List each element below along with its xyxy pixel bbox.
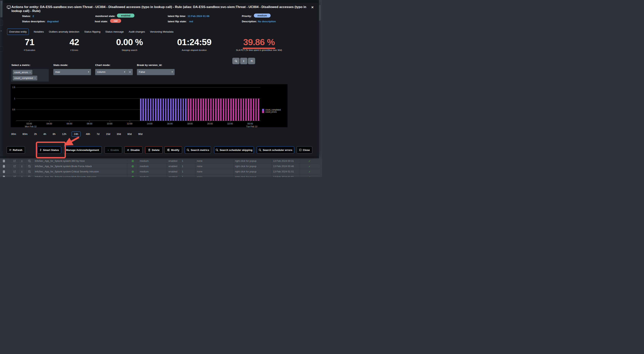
chart-bar-count-errors [210,99,212,121]
table-cell: InfoSec_App_for_Splunk:system:High Sever… [33,174,127,177]
background-sidebar-fragment [0,1,2,17]
table-row: ✂InfoSec_App_for_Splunk:system:High Seve… [0,174,319,177]
mini-search-button[interactable] [232,58,240,64]
time-range-12h[interactable]: 12h [61,132,68,136]
time-range-30m[interactable]: 30m [10,132,17,136]
chart-bar-count-completed [180,99,182,121]
chart-mode-clear-button[interactable]: × [127,69,133,75]
tab-overview-entity[interactable]: Overview entity [7,29,29,35]
chart-bar-count-errors [205,99,206,121]
x-axis-tick-label: 20:00 [207,123,213,125]
time-range-60d[interactable]: 60d [126,132,133,136]
tab-notables[interactable]: Notables [34,29,44,35]
page-scrollbar-thumb[interactable] [319,5,321,21]
button-label: Smart Status [43,149,59,151]
toggle-icon: ◐ [108,149,109,151]
mini-info-button[interactable]: i [240,58,247,64]
row-checkbox [3,176,5,177]
stats-mode-select[interactable]: max ▾ [53,69,91,75]
metric-chip-count-errors[interactable]: count_errors× [13,70,32,75]
external-link-icon [13,170,16,173]
check-icon: ✓ [308,159,311,163]
x-axis-tick [49,121,50,122]
tab-bar: Overview entityNotablesOutliers anomaly … [7,29,174,35]
page: ▸ ✂InfoSec_App_for_Splunk:system:360 by … [0,0,322,177]
time-range-30d[interactable]: 30d [116,132,122,136]
break-by-select[interactable]: False ▾ [137,69,174,75]
time-range-2h[interactable]: 2h [33,132,38,136]
close-icon[interactable]: × [310,5,315,10]
status-description-value: degraded [47,20,59,23]
status-dot-green [132,176,134,177]
time-range-bar: 30m60m2h4h8h12h24h48h7d15d30d60d90d [10,131,144,137]
modify-button[interactable]: Modify [164,146,182,154]
row-time: 13 Feb 2024 01:01 [272,169,300,174]
search-metrics-button[interactable]: Search metrics [185,146,211,154]
button-label: Enable [110,149,119,151]
external-link-icon [13,176,16,177]
tab-status-flipping[interactable]: Status flipping [84,29,100,35]
row-severity: medium [138,158,167,163]
smart-status-button[interactable]: Smart Status [37,146,61,154]
chart-mode-select[interactable]: column ▾ [95,69,127,75]
tab-outliers-anomaly-detection[interactable]: Outliers anomaly detection [49,29,80,35]
background-panel-fragment [0,20,3,26]
caret-down-icon: ▾ [172,71,173,73]
tab-status-message[interactable]: Status message [105,29,124,35]
flip-state-value: red [189,20,193,23]
tab-audit-changes[interactable]: Audit changes [129,29,145,35]
row-state: enabled [167,169,180,174]
time-range-15d[interactable]: 15d [105,132,112,136]
table-cell [0,164,11,169]
disable-button[interactable]: ⊘Disable [124,146,142,154]
search-scheduler-errors-button[interactable]: Search scheduler errors [257,146,294,154]
time-range-7d[interactable]: 7d [96,132,100,136]
monitor-icon [7,6,11,10]
chart-bar-count-completed [150,99,152,121]
chart-bar-count-errors [198,99,199,121]
page-scrollbar-track[interactable] [319,0,322,177]
time-range-8h[interactable]: 8h [52,132,57,136]
table-cell [11,169,18,174]
trash-icon [148,149,150,151]
table-cell [26,164,33,169]
page-background-top [0,0,322,3]
row-checkbox [3,160,5,162]
mini-undo-button[interactable]: ⟲ [248,58,255,64]
chart-bar-count-errors [233,99,234,121]
search-scheduler-skipping-button[interactable]: Search scheduler skipping [214,146,254,154]
row-time: 13 Feb 2024 00:31 [272,158,300,163]
row-ack: none [195,158,234,163]
time-range-48h[interactable]: 48h [85,132,92,136]
metric-chip-count-completed[interactable]: count_completed× [13,76,37,80]
metric-label: Average elapsed duration [177,49,211,51]
chart-bar-count-errors [235,99,237,121]
chart-bar-count-completed [160,99,162,121]
button-label: Disable [131,149,140,151]
priority-label: Priority: [242,15,252,18]
chip-label: count_completed [14,77,33,80]
x-axis-tick-label: 08:00 [87,123,92,125]
chip-remove-icon[interactable]: × [29,71,31,74]
table-cell: InfoSec_App_for_Splunk:system:Critical S… [33,169,127,174]
delete-button[interactable]: Delete [145,146,162,154]
time-range-60m[interactable]: 60m [21,132,28,136]
manage-acknowledgement-button[interactable]: Manage Acknowledgement [64,146,102,154]
metric-chip-box[interactable]: count_errors×count_completed× [11,69,49,82]
chip-remove-icon[interactable]: × [34,77,36,80]
tab-versioning-metadata[interactable]: Versioning Metadata [150,29,174,35]
time-range-4h[interactable]: 4h [42,132,48,136]
chart-bar-count-errors [223,99,224,121]
modal-title: Actions for entity: DA-ESS-sandbox:svc-s… [12,5,308,13]
refresh-button[interactable]: ⟳Refresh [7,146,25,154]
row-ack: none [195,174,234,177]
row-state: enabled [167,164,180,169]
close-button[interactable]: Close [297,146,312,154]
search-icon [216,149,218,151]
priority-badge: medium [254,14,270,18]
metric-execution: 71# Execution [24,37,35,51]
time-range-24h[interactable]: 24h [72,131,80,137]
time-range-90d[interactable]: 90d [137,132,144,136]
search-icon [234,60,238,63]
row-version: 1 [180,174,195,177]
